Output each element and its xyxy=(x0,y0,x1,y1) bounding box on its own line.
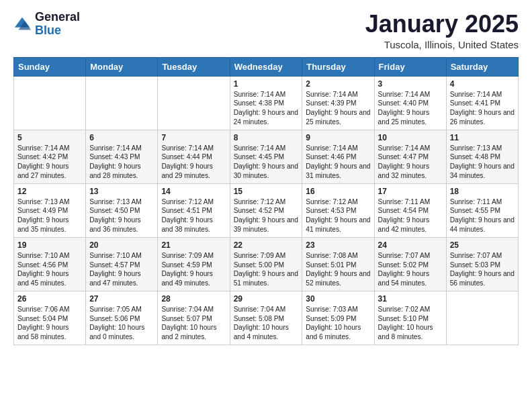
title-block: January 2025 Tuscola, Illinois, United S… xyxy=(365,11,519,50)
day-number: 21 xyxy=(161,240,226,250)
calendar-day-header: Friday xyxy=(374,57,446,76)
day-number: 8 xyxy=(234,133,299,142)
day-number: 24 xyxy=(378,240,443,250)
day-number: 30 xyxy=(306,294,370,304)
calendar-week-row: 5Sunrise: 7:14 AMSunset: 4:42 PMDaylight… xyxy=(14,130,519,183)
calendar-cell: 3Sunrise: 7:14 AMSunset: 4:40 PMDaylight… xyxy=(374,76,446,130)
calendar-cell xyxy=(158,76,230,130)
calendar-cell: 18Sunrise: 7:11 AMSunset: 4:55 PMDayligh… xyxy=(446,183,518,237)
day-number: 13 xyxy=(89,187,154,196)
calendar-cell: 19Sunrise: 7:10 AMSunset: 4:56 PMDayligh… xyxy=(14,237,86,291)
calendar-cell: 2Sunrise: 7:14 AMSunset: 4:39 PMDaylight… xyxy=(302,76,374,130)
calendar-day-header: Sunday xyxy=(14,57,86,76)
day-number: 6 xyxy=(89,133,154,142)
calendar-cell xyxy=(14,76,86,130)
day-number: 26 xyxy=(17,294,82,304)
calendar-cell xyxy=(86,76,158,130)
day-info: Sunrise: 7:13 AMSunset: 4:50 PMDaylight:… xyxy=(89,197,154,234)
calendar-cell: 16Sunrise: 7:12 AMSunset: 4:53 PMDayligh… xyxy=(302,183,374,237)
day-info: Sunrise: 7:11 AMSunset: 4:55 PMDaylight:… xyxy=(450,197,515,234)
day-number: 10 xyxy=(378,133,443,142)
day-info: Sunrise: 7:14 AMSunset: 4:38 PMDaylight:… xyxy=(234,90,299,127)
calendar-header-row: SundayMondayTuesdayWednesdayThursdayFrid… xyxy=(14,57,519,76)
day-number: 29 xyxy=(234,294,299,304)
calendar-cell: 7Sunrise: 7:14 AMSunset: 4:44 PMDaylight… xyxy=(158,130,230,183)
calendar-cell: 10Sunrise: 7:14 AMSunset: 4:47 PMDayligh… xyxy=(374,130,446,183)
day-number: 18 xyxy=(450,187,515,196)
logo-text: General Blue xyxy=(35,11,80,38)
day-info: Sunrise: 7:11 AMSunset: 4:54 PMDaylight:… xyxy=(378,197,443,234)
calendar-day-header: Tuesday xyxy=(158,57,230,76)
day-number: 28 xyxy=(161,294,226,304)
day-info: Sunrise: 7:13 AMSunset: 4:49 PMDaylight:… xyxy=(17,197,82,234)
day-info: Sunrise: 7:08 AMSunset: 5:01 PMDaylight:… xyxy=(306,251,370,288)
day-info: Sunrise: 7:14 AMSunset: 4:45 PMDaylight:… xyxy=(234,144,299,181)
calendar-cell: 9Sunrise: 7:14 AMSunset: 4:46 PMDaylight… xyxy=(302,130,374,183)
day-info: Sunrise: 7:07 AMSunset: 5:03 PMDaylight:… xyxy=(450,251,515,288)
day-number: 3 xyxy=(378,79,443,89)
day-info: Sunrise: 7:12 AMSunset: 4:51 PMDaylight:… xyxy=(161,197,226,234)
day-number: 27 xyxy=(89,294,154,304)
day-number: 25 xyxy=(450,240,515,250)
day-info: Sunrise: 7:05 AMSunset: 5:06 PMDaylight:… xyxy=(89,305,154,342)
day-number: 2 xyxy=(306,79,370,89)
calendar-cell: 17Sunrise: 7:11 AMSunset: 4:54 PMDayligh… xyxy=(374,183,446,237)
calendar-day-header: Monday xyxy=(86,57,158,76)
day-number: 11 xyxy=(450,133,515,142)
calendar-day-header: Thursday xyxy=(302,57,374,76)
calendar-cell: 11Sunrise: 7:13 AMSunset: 4:48 PMDayligh… xyxy=(446,130,518,183)
day-number: 31 xyxy=(378,294,443,304)
calendar-cell: 15Sunrise: 7:12 AMSunset: 4:52 PMDayligh… xyxy=(230,183,302,237)
day-info: Sunrise: 7:12 AMSunset: 4:53 PMDaylight:… xyxy=(306,197,370,234)
calendar-cell: 1Sunrise: 7:14 AMSunset: 4:38 PMDaylight… xyxy=(230,76,302,130)
day-number: 4 xyxy=(450,79,515,89)
day-info: Sunrise: 7:14 AMSunset: 4:41 PMDaylight:… xyxy=(450,90,515,127)
day-number: 14 xyxy=(161,187,226,196)
logo-blue: Blue xyxy=(35,24,80,38)
day-number: 23 xyxy=(306,240,370,250)
calendar-cell: 23Sunrise: 7:08 AMSunset: 5:01 PMDayligh… xyxy=(302,237,374,291)
day-info: Sunrise: 7:04 AMSunset: 5:08 PMDaylight:… xyxy=(234,305,299,342)
month-title: January 2025 xyxy=(365,11,519,38)
day-info: Sunrise: 7:14 AMSunset: 4:44 PMDaylight:… xyxy=(161,144,226,181)
day-info: Sunrise: 7:14 AMSunset: 4:40 PMDaylight:… xyxy=(378,90,443,127)
logo-icon xyxy=(13,15,32,34)
calendar-cell: 27Sunrise: 7:05 AMSunset: 5:06 PMDayligh… xyxy=(86,291,158,345)
day-number: 17 xyxy=(378,187,443,196)
calendar-cell: 8Sunrise: 7:14 AMSunset: 4:45 PMDaylight… xyxy=(230,130,302,183)
calendar-cell: 31Sunrise: 7:02 AMSunset: 5:10 PMDayligh… xyxy=(374,291,446,345)
day-info: Sunrise: 7:03 AMSunset: 5:09 PMDaylight:… xyxy=(306,305,370,342)
day-number: 9 xyxy=(306,133,370,142)
calendar-week-row: 26Sunrise: 7:06 AMSunset: 5:04 PMDayligh… xyxy=(14,291,519,345)
day-number: 12 xyxy=(17,187,82,196)
calendar-day-header: Saturday xyxy=(446,57,518,76)
calendar-cell: 20Sunrise: 7:10 AMSunset: 4:57 PMDayligh… xyxy=(86,237,158,291)
calendar-cell: 13Sunrise: 7:13 AMSunset: 4:50 PMDayligh… xyxy=(86,183,158,237)
day-number: 22 xyxy=(234,240,299,250)
day-info: Sunrise: 7:14 AMSunset: 4:46 PMDaylight:… xyxy=(306,144,370,181)
day-info: Sunrise: 7:14 AMSunset: 4:42 PMDaylight:… xyxy=(17,144,82,181)
calendar-cell: 14Sunrise: 7:12 AMSunset: 4:51 PMDayligh… xyxy=(158,183,230,237)
day-info: Sunrise: 7:04 AMSunset: 5:07 PMDaylight:… xyxy=(161,305,226,342)
logo: General Blue xyxy=(13,11,80,38)
day-info: Sunrise: 7:14 AMSunset: 4:39 PMDaylight:… xyxy=(306,90,370,127)
calendar-day-header: Wednesday xyxy=(230,57,302,76)
day-number: 16 xyxy=(306,187,370,196)
day-info: Sunrise: 7:10 AMSunset: 4:57 PMDaylight:… xyxy=(89,251,154,288)
day-number: 1 xyxy=(234,79,299,89)
day-info: Sunrise: 7:09 AMSunset: 5:00 PMDaylight:… xyxy=(234,251,299,288)
day-number: 15 xyxy=(234,187,299,196)
day-info: Sunrise: 7:14 AMSunset: 4:43 PMDaylight:… xyxy=(89,144,154,181)
calendar-cell: 4Sunrise: 7:14 AMSunset: 4:41 PMDaylight… xyxy=(446,76,518,130)
day-info: Sunrise: 7:14 AMSunset: 4:47 PMDaylight:… xyxy=(378,144,443,181)
calendar-cell: 24Sunrise: 7:07 AMSunset: 5:02 PMDayligh… xyxy=(374,237,446,291)
calendar-week-row: 12Sunrise: 7:13 AMSunset: 4:49 PMDayligh… xyxy=(14,183,519,237)
calendar-cell: 22Sunrise: 7:09 AMSunset: 5:00 PMDayligh… xyxy=(230,237,302,291)
day-number: 20 xyxy=(89,240,154,250)
logo-general: General xyxy=(35,11,80,24)
day-info: Sunrise: 7:13 AMSunset: 4:48 PMDaylight:… xyxy=(450,144,515,181)
calendar-cell: 25Sunrise: 7:07 AMSunset: 5:03 PMDayligh… xyxy=(446,237,518,291)
day-info: Sunrise: 7:07 AMSunset: 5:02 PMDaylight:… xyxy=(378,251,443,288)
calendar-week-row: 19Sunrise: 7:10 AMSunset: 4:56 PMDayligh… xyxy=(14,237,519,291)
day-number: 5 xyxy=(17,133,82,142)
